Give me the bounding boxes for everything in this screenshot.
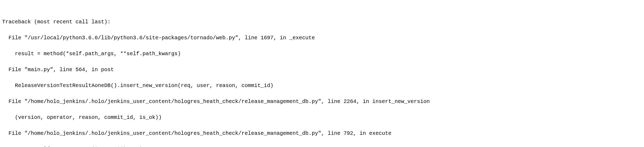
- traceback-line: ReleaseVersionTestResultAoneDB().insert_…: [2, 82, 642, 90]
- traceback-line: result = method(*self.path_args, **self.…: [2, 50, 642, 58]
- traceback-line: File "main.py", line 564, in post: [2, 66, 642, 74]
- traceback-line: (version, operator, reason, commit_id, i…: [2, 114, 642, 122]
- traceback-line: Traceback (most recent call last):: [2, 18, 642, 26]
- traceback-line: File "/home/holo_jenkins/.holo/jenkins_u…: [2, 98, 642, 106]
- traceback-line: return self._cur.execute(*args, **kargs): [2, 145, 642, 147]
- traceback-line: File "/usr/local/python3.6.6/lib/python3…: [2, 34, 642, 42]
- traceback-line: File "/home/holo_jenkins/.holo/jenkins_u…: [2, 129, 642, 137]
